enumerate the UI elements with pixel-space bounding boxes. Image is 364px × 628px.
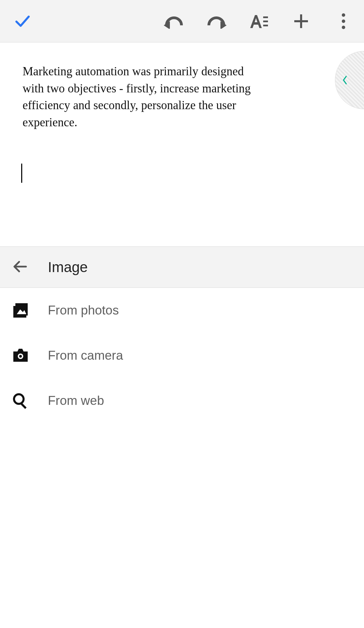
top-toolbar [0, 0, 364, 42]
option-from-web[interactable]: From web [0, 378, 364, 423]
plus-icon [293, 13, 309, 29]
redo-button[interactable] [206, 11, 227, 31]
more-button[interactable] [333, 11, 354, 31]
photos-icon [10, 300, 31, 321]
svg-point-7 [342, 13, 345, 17]
undo-button[interactable] [164, 11, 184, 31]
svg-rect-3 [263, 21, 268, 22]
chevron-left-icon [341, 75, 348, 85]
insert-image-sheet: Image From photos From camera [0, 246, 364, 628]
option-from-camera[interactable]: From camera [0, 333, 364, 378]
svg-point-9 [342, 26, 345, 29]
search-icon [10, 390, 31, 411]
svg-rect-13 [13, 316, 26, 318]
arrow-left-icon [12, 258, 29, 276]
sheet-title: Image [48, 259, 88, 275]
text-cursor [21, 164, 22, 183]
sheet-header: Image [0, 247, 364, 288]
undo-icon [164, 14, 184, 29]
svg-point-8 [342, 20, 345, 23]
svg-point-16 [14, 394, 24, 404]
insert-button[interactable] [291, 11, 311, 31]
redo-icon [206, 14, 227, 29]
text-format-button[interactable] [248, 11, 269, 31]
option-label: From camera [48, 348, 123, 363]
done-button[interactable] [12, 11, 33, 31]
svg-rect-6 [294, 20, 308, 22]
explore-handle[interactable] [335, 51, 364, 109]
document-body[interactable]: Marketing automation was primarily desig… [23, 63, 262, 131]
svg-rect-4 [263, 25, 268, 26]
option-from-photos[interactable]: From photos [0, 288, 364, 333]
text-format-icon [249, 13, 269, 29]
more-vert-icon [341, 13, 346, 30]
svg-point-15 [19, 355, 22, 358]
check-icon [13, 12, 32, 30]
svg-rect-2 [263, 16, 268, 18]
svg-rect-17 [21, 403, 27, 409]
option-label: From photos [48, 303, 119, 318]
option-label: From web [48, 394, 104, 408]
document-area[interactable]: Marketing automation was primarily desig… [0, 42, 364, 246]
sheet-back-button[interactable] [10, 257, 31, 278]
camera-icon [10, 345, 31, 366]
